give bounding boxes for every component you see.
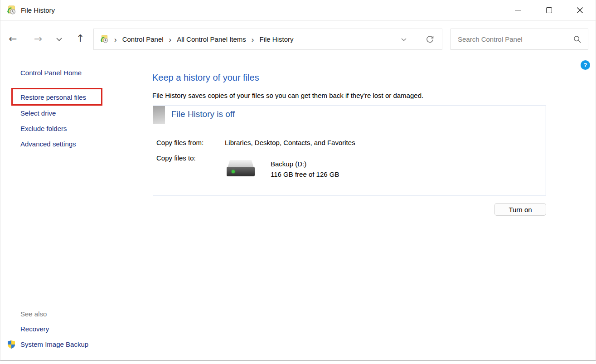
maximize-button[interactable] xyxy=(538,0,559,20)
help-button[interactable]: ? xyxy=(581,60,590,70)
sidebar-item-control-panel-home[interactable]: Control Panel Home xyxy=(20,69,82,77)
file-history-status-panel: File History is off Copy files from: Lib… xyxy=(153,106,546,195)
up-button[interactable]: ↑ xyxy=(76,34,84,44)
breadcrumb-separator-icon[interactable]: › xyxy=(114,35,117,44)
file-history-window: File History ← → ↑ › Control Panel › All xyxy=(0,0,596,361)
minimize-icon xyxy=(515,10,521,11)
forward-button[interactable]: → xyxy=(34,34,42,44)
back-button[interactable]: ← xyxy=(9,34,17,44)
backup-drive-free-space: 116 GB free of 126 GB xyxy=(271,170,339,178)
help-icon: ? xyxy=(584,62,587,68)
backup-drive-name: Backup (D:) xyxy=(271,160,306,168)
maximize-icon xyxy=(546,7,552,13)
address-bar[interactable]: › Control Panel › All Control Panel Item… xyxy=(93,29,442,50)
copy-files-from-label: Copy files from: xyxy=(156,139,204,146)
panel-corner-decoration xyxy=(153,106,165,124)
search-input[interactable] xyxy=(451,29,588,49)
minimize-button[interactable] xyxy=(508,0,528,20)
sidebar-item-exclude-folders[interactable]: Exclude folders xyxy=(20,125,67,132)
window-title: File History xyxy=(21,6,55,14)
breadcrumb-all-control-panel-items[interactable]: All Control Panel Items xyxy=(177,35,246,43)
hard-drive-icon xyxy=(227,160,255,176)
sidebar-item-select-drive[interactable]: Select drive xyxy=(20,109,56,117)
sidebar-item-restore-personal-files[interactable]: Restore personal files xyxy=(20,93,86,101)
copy-files-from-value: Libraries, Desktop, Contacts, and Favori… xyxy=(225,139,355,146)
page-description: File History saves copies of your files … xyxy=(152,92,423,99)
recent-locations-chevron-icon[interactable] xyxy=(56,37,63,42)
file-history-breadcrumb-icon xyxy=(100,35,109,44)
hard-drive-body xyxy=(227,167,255,176)
breadcrumb-separator-icon[interactable]: › xyxy=(169,35,172,44)
copy-files-to-label: Copy files to: xyxy=(156,154,196,162)
refresh-icon[interactable] xyxy=(425,34,435,44)
address-dropdown-chevron-icon[interactable] xyxy=(399,36,408,43)
close-icon xyxy=(577,7,583,14)
sidebar-item-system-image-backup[interactable]: System Image Backup xyxy=(20,340,88,348)
status-title: File History is off xyxy=(171,109,235,119)
search-box xyxy=(451,29,588,50)
title-bar: File History xyxy=(0,0,596,21)
sidebar-item-advanced-settings[interactable]: Advanced settings xyxy=(20,140,76,148)
page-title: Keep a history of your files xyxy=(152,73,259,83)
breadcrumb-control-panel[interactable]: Control Panel xyxy=(122,35,164,43)
turn-on-button[interactable]: Turn on xyxy=(494,203,546,216)
sidebar-item-recovery[interactable]: Recovery xyxy=(20,325,49,333)
status-panel-header: File History is off xyxy=(153,106,546,124)
drive-led-indicator xyxy=(232,170,235,173)
uac-shield-icon xyxy=(7,340,16,349)
window-controls xyxy=(498,0,596,20)
breadcrumb-file-history[interactable]: File History xyxy=(259,35,293,43)
file-history-app-icon xyxy=(7,5,16,15)
see-also-heading: See also xyxy=(20,310,47,318)
breadcrumb-separator-icon[interactable]: › xyxy=(252,35,254,44)
close-button[interactable] xyxy=(569,0,590,20)
search-icon[interactable] xyxy=(573,35,581,44)
